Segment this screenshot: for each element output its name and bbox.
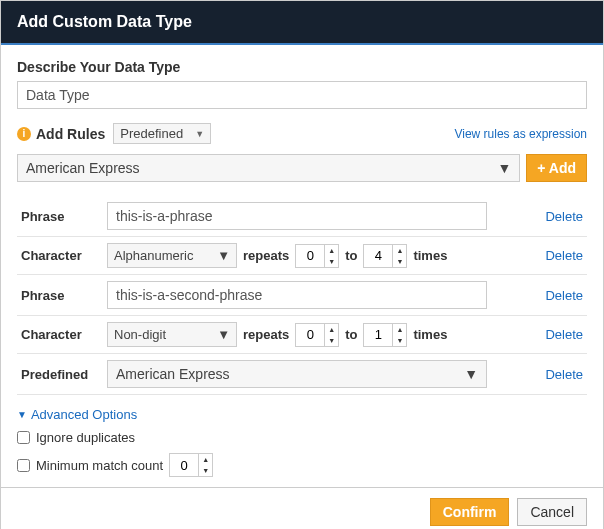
rules-table: Phrase Delete Character Alphanumeric ▼ r… <box>17 196 587 395</box>
add-button[interactable]: + Add <box>526 154 587 182</box>
rule-type-label: Character <box>17 316 103 354</box>
max-input[interactable] <box>364 245 392 267</box>
min-match-input[interactable] <box>170 454 198 476</box>
times-label: times <box>413 248 447 263</box>
delete-link[interactable]: Delete <box>545 288 583 303</box>
advanced-label: Advanced Options <box>31 407 137 422</box>
character-config: Non-digit ▼ repeats ▲▼ to ▲▼ <box>107 322 523 347</box>
delete-link[interactable]: Delete <box>545 209 583 224</box>
repeats-label: repeats <box>243 248 289 263</box>
disclosure-triangle-icon: ▼ <box>17 409 27 420</box>
spin-up-icon[interactable]: ▲ <box>393 245 406 256</box>
phrase-input[interactable] <box>107 281 487 309</box>
rule-row: Character Non-digit ▼ repeats ▲▼ to <box>17 316 587 354</box>
dialog-footer: Confirm Cancel <box>1 487 603 529</box>
rule-row: Phrase Delete <box>17 275 587 316</box>
min-spinner[interactable]: ▲▼ <box>295 323 339 347</box>
max-input[interactable] <box>364 324 392 346</box>
min-input[interactable] <box>296 324 324 346</box>
predefined-rule-value: American Express <box>116 366 230 382</box>
advanced-toggle[interactable]: ▼ Advanced Options <box>17 407 587 422</box>
caret-icon: ▼ <box>195 129 204 139</box>
spin-down-icon[interactable]: ▼ <box>393 335 406 346</box>
rules-mode-value: Predefined <box>120 126 183 141</box>
ignore-duplicates-checkbox[interactable] <box>17 431 30 444</box>
confirm-button[interactable]: Confirm <box>430 498 510 526</box>
rule-type-label: Predefined <box>17 354 103 395</box>
max-spinner[interactable]: ▲▼ <box>363 323 407 347</box>
spin-up-icon[interactable]: ▲ <box>199 454 212 465</box>
to-label: to <box>345 327 357 342</box>
dialog-header: Add Custom Data Type <box>1 1 603 45</box>
repeats-label: repeats <box>243 327 289 342</box>
rule-row: Phrase Delete <box>17 196 587 237</box>
add-rules-row: i Add Rules Predefined ▼ View rules as e… <box>17 123 587 144</box>
dialog: Add Custom Data Type Describe Your Data … <box>0 0 604 529</box>
view-rules-link[interactable]: View rules as expression <box>454 127 587 141</box>
spin-down-icon[interactable]: ▼ <box>325 256 338 267</box>
spin-down-icon[interactable]: ▼ <box>393 256 406 267</box>
rule-row: Predefined American Express ▼ Delete <box>17 354 587 395</box>
min-match-label: Minimum match count <box>36 458 163 473</box>
min-match-option: Minimum match count ▲▼ <box>17 453 587 477</box>
caret-icon: ▼ <box>464 366 478 382</box>
rules-mode-select[interactable]: Predefined ▼ <box>113 123 211 144</box>
character-config: Alphanumeric ▼ repeats ▲▼ to ▲▼ <box>107 243 523 268</box>
spin-down-icon[interactable]: ▼ <box>325 335 338 346</box>
spin-up-icon[interactable]: ▲ <box>325 324 338 335</box>
dialog-body: Describe Your Data Type i Add Rules Pred… <box>1 45 603 487</box>
min-spinner[interactable]: ▲▼ <box>295 244 339 268</box>
spin-up-icon[interactable]: ▲ <box>325 245 338 256</box>
ignore-duplicates-label: Ignore duplicates <box>36 430 135 445</box>
min-input[interactable] <box>296 245 324 267</box>
min-match-checkbox[interactable] <box>17 459 30 472</box>
rule-row: Character Alphanumeric ▼ repeats ▲▼ to <box>17 237 587 275</box>
caret-icon: ▼ <box>497 160 511 176</box>
delete-link[interactable]: Delete <box>545 367 583 382</box>
describe-input[interactable] <box>17 81 587 109</box>
rule-type-label: Character <box>17 237 103 275</box>
character-type-value: Non-digit <box>114 327 166 342</box>
caret-icon: ▼ <box>217 248 230 263</box>
max-spinner[interactable]: ▲▼ <box>363 244 407 268</box>
character-type-select[interactable]: Non-digit ▼ <box>107 322 237 347</box>
phrase-input[interactable] <box>107 202 487 230</box>
caret-icon: ▼ <box>217 327 230 342</box>
ignore-duplicates-option: Ignore duplicates <box>17 430 587 445</box>
to-label: to <box>345 248 357 263</box>
spin-up-icon[interactable]: ▲ <box>393 324 406 335</box>
add-rules-label: Add Rules <box>36 126 105 142</box>
add-predefined-row: American Express ▼ + Add <box>17 154 587 182</box>
times-label: times <box>413 327 447 342</box>
predefined-select[interactable]: American Express ▼ <box>17 154 520 182</box>
character-type-value: Alphanumeric <box>114 248 194 263</box>
dialog-title: Add Custom Data Type <box>17 13 192 30</box>
info-icon: i <box>17 127 31 141</box>
delete-link[interactable]: Delete <box>545 327 583 342</box>
predefined-rule-select[interactable]: American Express ▼ <box>107 360 487 388</box>
spin-down-icon[interactable]: ▼ <box>199 465 212 476</box>
cancel-button[interactable]: Cancel <box>517 498 587 526</box>
predefined-value: American Express <box>26 160 140 176</box>
min-match-spinner[interactable]: ▲▼ <box>169 453 213 477</box>
describe-heading: Describe Your Data Type <box>17 59 587 75</box>
rule-type-label: Phrase <box>17 275 103 316</box>
delete-link[interactable]: Delete <box>545 248 583 263</box>
rule-type-label: Phrase <box>17 196 103 237</box>
advanced-section: ▼ Advanced Options Ignore duplicates Min… <box>17 407 587 477</box>
character-type-select[interactable]: Alphanumeric ▼ <box>107 243 237 268</box>
